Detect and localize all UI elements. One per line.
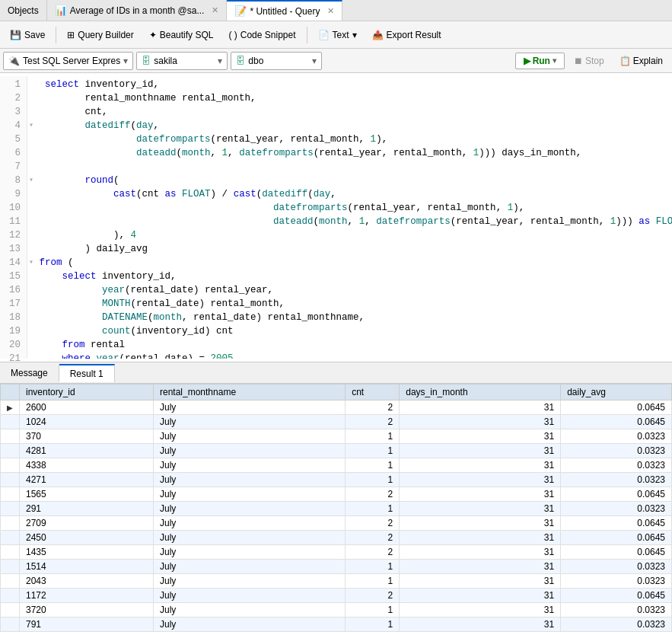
table-cell: 2450	[20, 531, 154, 545]
stop-button[interactable]: ⏹ Stop	[568, 53, 610, 69]
table-row[interactable]: 1024July2310.0645	[1, 415, 672, 429]
code-snippet-button[interactable]: ( ) Code Snippet	[221, 27, 302, 43]
table-cell: 0.0323	[561, 617, 672, 632]
database-select[interactable]: 🗄 dbo ▾	[231, 52, 322, 70]
beautify-icon: ✦	[149, 30, 157, 40]
code-line: DATENAME(month, rental_date) rental_mont…	[33, 311, 672, 324]
database-label: dbo	[248, 56, 263, 66]
query-builder-button[interactable]: ⊞ Query Builder	[60, 27, 140, 43]
col-header-indicator	[1, 385, 20, 400]
code-line: ▾ round(	[33, 174, 672, 187]
schema-arrow: ▾	[218, 56, 222, 66]
fold-icon[interactable]: ▾	[29, 174, 33, 187]
table-row[interactable]: 3720July1310.0323	[1, 603, 672, 617]
result-tab-message[interactable]: Message	[0, 365, 59, 381]
table-row[interactable]: ▶2600July2310.0645	[1, 400, 672, 415]
table-cell: 1435	[20, 545, 154, 560]
table-cell: 1	[346, 502, 400, 516]
beautify-button[interactable]: ✦ Beautify SQL	[142, 27, 221, 43]
table-row[interactable]: 1435July2310.0645	[1, 545, 672, 560]
text-button[interactable]: 📄 Text ▾	[311, 27, 364, 43]
table-row[interactable]: 2450July2310.0645	[1, 531, 672, 545]
table-cell: 31	[400, 415, 561, 429]
text-label: Text	[333, 30, 349, 40]
tab-untitled-query-close[interactable]: ✕	[327, 6, 334, 16]
export-icon: 📤	[372, 30, 384, 40]
tab-objects-label: Objects	[8, 5, 39, 16]
text-icon: 📄	[318, 30, 330, 40]
database-arrow: ▾	[312, 56, 317, 66]
table-cell: 0.0323	[561, 574, 672, 589]
fold-icon[interactable]: ▾	[29, 256, 33, 270]
line-numbers: 123456789101112131415161718192021222324	[0, 76, 27, 359]
fold-icon[interactable]: ▾	[29, 119, 33, 132]
table-cell	[1, 444, 20, 458]
result-tab-result-1[interactable]: Result 1	[59, 364, 115, 382]
save-button[interactable]: 💾 Save	[3, 27, 52, 43]
col-header-rental_monthname: rental_monthname	[154, 385, 346, 400]
table-row[interactable]: 791July1310.0323	[1, 617, 672, 632]
code-line: ▾ from (	[33, 256, 672, 270]
table-row[interactable]: 291July1310.0323	[1, 502, 672, 516]
table-cell: 31	[400, 589, 561, 603]
database-icon: 🗄	[236, 56, 245, 66]
results-panel: MessageResult 1 inventory_idrental_month…	[0, 362, 672, 635]
table-row[interactable]: 2709July2310.0645	[1, 516, 672, 531]
connection-select[interactable]: 🔌 Test SQL Server Expres ▾	[3, 52, 133, 70]
table-cell	[1, 574, 20, 589]
table-cell	[1, 531, 20, 545]
code-line: datefromparts(rental_year, rental_month,…	[33, 201, 672, 215]
table-row[interactable]: 4271July1310.0323	[1, 473, 672, 487]
table-cell: July	[154, 487, 346, 502]
table-cell	[1, 502, 20, 516]
run-icon: ▶	[524, 56, 530, 66]
tab-average-ids-close[interactable]: ✕	[212, 5, 218, 15]
table-row[interactable]: 4281July1310.0323	[1, 444, 672, 458]
table-cell: 0.0645	[561, 400, 672, 415]
col-header-daily_avg: daily_avg	[561, 385, 672, 400]
table-row[interactable]: 1172July2310.0645	[1, 589, 672, 603]
schema-select[interactable]: 🗄 sakila ▾	[136, 52, 228, 70]
code-area[interactable]: select inventory_id, rental_monthname re…	[27, 76, 672, 359]
table-cell: July	[154, 415, 346, 429]
stop-icon: ⏹	[574, 56, 583, 66]
export-label: Export Result	[387, 30, 441, 40]
table-row[interactable]: 1565July2310.0645	[1, 487, 672, 502]
table-cell: 0.0323	[561, 502, 672, 516]
code-line: select inventory_id,	[33, 78, 672, 91]
table-cell: 2	[346, 487, 400, 502]
table-cell	[1, 415, 20, 429]
table-row[interactable]: 1514July1310.0323	[1, 560, 672, 574]
table-cell: 2	[346, 589, 400, 603]
query-builder-icon: ⊞	[67, 30, 75, 40]
table-cell: July	[154, 545, 346, 560]
table-cell: 2600	[20, 400, 154, 415]
table-cell: 0.0645	[561, 589, 672, 603]
db-bar: 🔌 Test SQL Server Expres ▾ 🗄 sakila ▾ 🗄 …	[0, 49, 672, 73]
table-row[interactable]: 4338July1310.0323	[1, 458, 672, 473]
table-cell: 31	[400, 458, 561, 473]
table-cell: 791	[20, 617, 154, 632]
table-cell: 3720	[20, 603, 154, 617]
explain-icon: 📋	[619, 56, 631, 66]
run-button[interactable]: ▶ Run ▾	[515, 53, 565, 69]
table-cell: 31	[400, 444, 561, 458]
table-cell: July	[154, 502, 346, 516]
table-row[interactable]: 370July1310.0323	[1, 429, 672, 444]
query-icon: 📝	[234, 5, 247, 17]
code-line: select inventory_id,	[33, 270, 672, 283]
tab-untitled-query-label: * Untitled - Query	[250, 6, 320, 17]
tab-average-ids[interactable]: 📊 Average of IDs in a month @sa... ✕	[47, 0, 228, 21]
result-table-wrap[interactable]: inventory_idrental_monthnamecntdays_in_m…	[0, 384, 672, 635]
table-row[interactable]: 2043July1310.0323	[1, 574, 672, 589]
code-editor[interactable]: 123456789101112131415161718192021222324 …	[0, 73, 672, 362]
table-cell: 2043	[20, 574, 154, 589]
export-button[interactable]: 📤 Export Result	[365, 27, 448, 43]
table-cell	[1, 545, 20, 560]
explain-button[interactable]: 📋 Explain	[613, 53, 669, 69]
code-line: cnt,	[33, 105, 672, 119]
tab-bar: Objects 📊 Average of IDs in a month @sa.…	[0, 0, 672, 21]
col-header-days_in_month: days_in_month	[400, 385, 561, 400]
tab-objects[interactable]: Objects	[0, 0, 47, 21]
tab-untitled-query[interactable]: 📝 * Untitled - Query ✕	[227, 0, 342, 21]
